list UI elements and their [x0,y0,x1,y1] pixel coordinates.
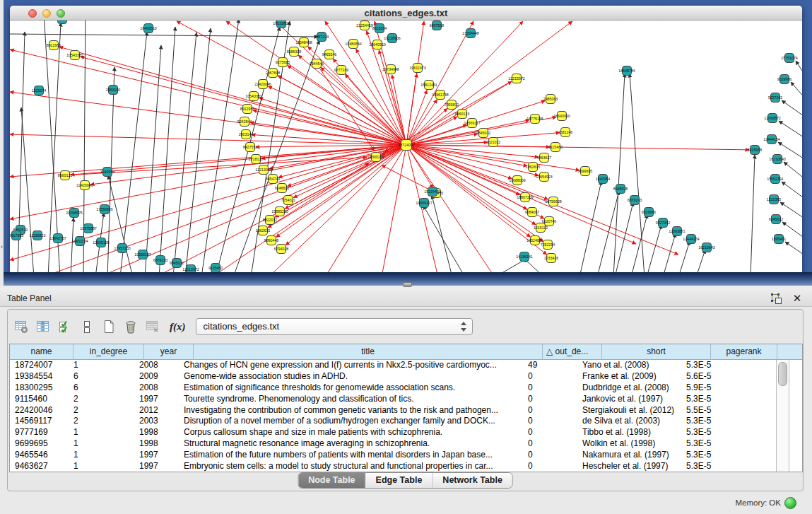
table-cell[interactable]: 5.3E-5 [681,450,743,461]
column-header-year[interactable]: year [144,344,194,360]
table-cell[interactable]: 19384554 [10,371,69,382]
table-cell[interactable]: Estimation of the future numbers of pati… [179,450,523,461]
table-cell[interactable]: 0 [523,405,577,416]
table-cell[interactable]: 0 [523,382,577,394]
column-header-title[interactable]: title [194,344,543,360]
table-cell[interactable]: Jankovic et al. (1997) [577,394,681,405]
table-cell[interactable]: 9463627 [10,461,69,472]
table-cell[interactable]: Embryonic stem cells: a model to study s… [179,461,523,472]
clear-selection-icon[interactable] [78,316,96,337]
table-cell[interactable]: Yano et al. (2008) [577,360,681,371]
table-cell[interactable]: 5.3E-5 [681,461,743,472]
new-table-icon[interactable] [100,316,118,337]
table-cell[interactable]: 0 [523,427,577,438]
table-cell[interactable]: 2003 [134,416,179,427]
table-cell[interactable]: 5.6E-5 [681,371,743,382]
table-cell[interactable]: 6 [69,382,134,394]
close-panel-icon[interactable]: ✕ [791,291,804,306]
table-cell[interactable]: 49 [523,360,577,371]
table-cell[interactable]: 5.3E-5 [681,360,743,371]
table-cell[interactable]: 0 [523,371,577,382]
column-header-name[interactable]: name [10,344,73,360]
table-row[interactable]: 1456911722003Disruption of a novel membe… [10,416,802,427]
table-cell[interactable]: 2008 [134,360,179,371]
table-vertical-scrollbar[interactable] [776,360,789,472]
table-cell[interactable]: de Silva et al. (2003) [577,416,681,427]
table-cell[interactable]: 1997 [134,461,179,472]
table-select-dropdown[interactable]: citations_edges.txt [196,318,473,335]
memory-status-icon[interactable] [784,497,796,509]
table-cell[interactable]: Stergiakouli et al. (2012) [577,405,681,416]
table-cell[interactable]: 0 [523,438,577,450]
column-header-out_de[interactable]: △ out_de... [543,344,602,360]
table-row[interactable]: 977716911998Corpus callosum shape and si… [10,427,802,438]
function-builder-icon[interactable]: f(x) [170,321,186,333]
table-row[interactable]: 2242004622012Investigating the contribut… [10,405,802,416]
table-cell[interactable]: Structural magnetic resonance image aver… [179,438,523,450]
table-cell[interactable]: 0 [523,394,577,405]
table-cell[interactable]: 9699695 [10,438,69,450]
network-canvas[interactable]: 1830029511548498818632892756852367608224… [10,21,802,272]
table-cell[interactable]: Changes of HCN gene expression and I(f) … [179,360,523,371]
table-row[interactable]: 1938455462009Genome-wide association stu… [10,371,802,382]
table-cell[interactable]: Hescheler et al. (1997) [577,461,681,472]
table-row[interactable]: 946554611997Estimation of the future num… [10,450,802,461]
table-cell[interactable]: 1998 [134,438,179,450]
table-cell[interactable]: 0 [523,461,577,472]
float-panel-icon[interactable] [770,292,784,306]
table-cell[interactable]: 1997 [134,394,179,405]
table-cell[interactable]: 14569117 [10,416,69,427]
table-cell[interactable]: Genome-wide association studies in ADHD. [179,371,523,382]
table-cell[interactable]: 5.3E-5 [681,416,743,427]
table-cell[interactable]: 2 [69,405,134,416]
table-cell[interactable]: 0 [523,416,577,427]
table-cell[interactable]: 2009 [134,371,179,382]
tab-node-table[interactable]: Node Table [298,473,365,488]
table-cell[interactable]: Tourette syndrome. Phenomenology and cla… [179,394,523,405]
table-cell[interactable]: 5.3E-5 [681,427,743,438]
table-cell[interactable]: 9465546 [10,450,69,461]
table-cell[interactable]: Nakamura et al. (1997) [577,450,681,461]
table-cell[interactable]: Tibbo et al. (1998) [577,427,681,438]
network-graph-svg[interactable]: 1830029511548498818632892756852367608224… [10,21,802,272]
divider-handle-icon[interactable] [403,282,412,287]
delete-rows-trash-icon[interactable] [122,316,140,337]
table-cell[interactable]: 2008 [134,382,179,394]
table-cell[interactable]: 0 [523,450,577,461]
table-cell[interactable]: 5.9E-5 [681,382,743,394]
table-cell[interactable]: Corpus callosum shape and size in male p… [179,427,523,438]
table-cell[interactable]: 5.5E-5 [681,405,743,416]
table-cell[interactable]: 1 [69,360,134,371]
table-cell[interactable]: Dudbridge et al. (2008) [577,382,681,394]
table-cell[interactable]: 2 [69,394,134,405]
table-cell[interactable]: 1998 [134,427,179,438]
table-cell[interactable]: 2012 [134,405,179,416]
table-cell[interactable]: 1 [69,427,134,438]
table-settings-icon[interactable] [12,316,30,337]
table-cell[interactable]: 2 [69,416,134,427]
table-cell[interactable]: 9115460 [10,394,69,405]
table-cell[interactable]: 5.3E-5 [681,438,743,450]
scrollbar-thumb[interactable] [778,362,787,386]
select-columns-icon[interactable] [34,316,52,337]
table-cell[interactable]: Estimation of significance thresholds fo… [179,382,523,394]
select-all-checklist-icon[interactable] [56,316,74,337]
table-cell[interactable]: 18724007 [10,360,69,371]
table-cell[interactable]: Wolkin et al. (1998) [577,438,681,450]
column-header-pagerank[interactable]: pagerank [711,344,777,360]
table-cell[interactable]: 1 [69,438,134,450]
table-cell[interactable]: 5.3E-5 [681,394,743,405]
table-cell[interactable]: 18300295 [10,382,69,394]
table-cell[interactable]: Franke et al. (2009) [577,371,681,382]
table-row[interactable]: 946362711997Embryonic stem cells: a mode… [10,461,802,472]
table-cell[interactable]: 1 [69,450,134,461]
network-window-titlebar[interactable]: citations_edges.txt [10,6,802,21]
column-header-short[interactable]: short [602,344,711,360]
table-cell[interactable]: Disruption of a novel member of a sodium… [179,416,523,427]
tab-edge-table[interactable]: Edge Table [366,473,433,488]
table-cell[interactable]: 6 [69,371,134,382]
column-header-in_degree[interactable]: in_degree [73,344,144,360]
table-row[interactable]: 1872400712008Changes of HCN gene express… [10,360,802,371]
tab-network-table[interactable]: Network Table [433,473,512,488]
table-row[interactable]: 969969511998Structural magnetic resonanc… [10,438,802,450]
